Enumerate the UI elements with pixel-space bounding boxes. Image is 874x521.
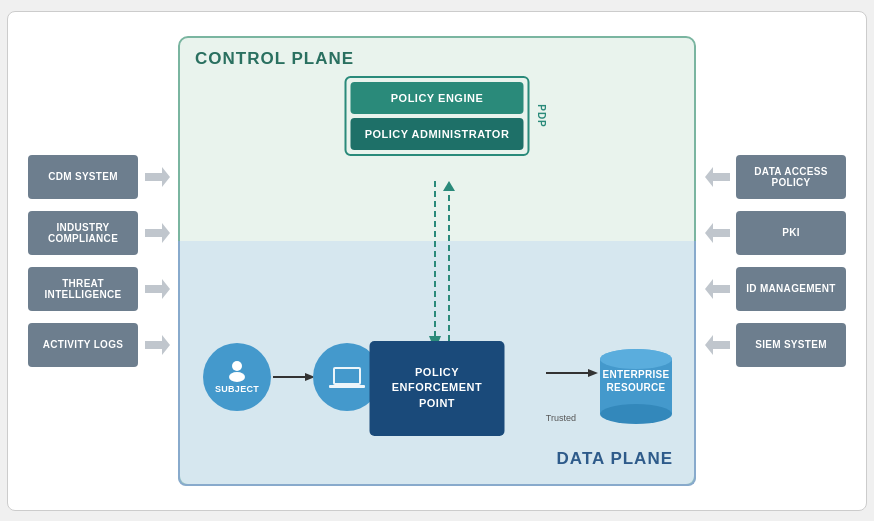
svg-point-9 [229, 372, 245, 382]
id-management-box: ID MANAGEMENT [736, 267, 846, 311]
svg-marker-1 [145, 223, 170, 243]
pep-box: POLICY ENFORCEMENT POINT [370, 341, 505, 436]
svg-marker-25 [705, 279, 730, 299]
right-arrow-3 [703, 267, 735, 311]
svg-rect-13 [335, 369, 359, 383]
right-arrow-2 [703, 211, 735, 255]
policy-group: POLICY ENGINE POLICY ADMINISTRATOR PDP [345, 76, 530, 156]
svg-marker-23 [705, 167, 730, 187]
person-icon [226, 360, 248, 382]
svg-rect-14 [329, 385, 365, 388]
activity-logs-box: ACTIVITY LOGS [28, 323, 138, 367]
threat-intelligence-box: THREAT INTELLIGENCE [28, 267, 138, 311]
left-arrow-2 [140, 211, 172, 255]
svg-marker-3 [145, 335, 170, 355]
center-area: CONTROL PLANE DATA PLANE POLICY ENGINE P… [173, 31, 701, 491]
dashed-lines [173, 181, 701, 361]
left-arrow-1 [140, 155, 172, 199]
pep-to-enterprise-arrow [546, 365, 601, 381]
cdm-system-box: CDM SYSTEM [28, 155, 138, 199]
subject-to-laptop-arrow [273, 369, 318, 385]
svg-marker-24 [705, 223, 730, 243]
left-arrow-3 [140, 267, 172, 311]
svg-marker-0 [145, 167, 170, 187]
left-arrow-4 [140, 323, 172, 367]
siem-system-box: SIEM SYSTEM [736, 323, 846, 367]
left-sidebar: CDM SYSTEM INDUSTRY COMPLIANCE THREAT IN… [28, 155, 138, 367]
svg-marker-7 [443, 181, 455, 191]
data-plane-label: DATA PLANE [557, 449, 673, 469]
pdp-label: PDP [536, 104, 547, 128]
right-sidebar: DATA ACCESS POLICY PKI ID MANAGEMENT SIE… [736, 155, 846, 367]
svg-point-22 [600, 349, 672, 369]
right-arrow-4 [703, 323, 735, 367]
trusted-label: Trusted [546, 413, 576, 423]
left-arrows [138, 155, 173, 367]
right-arrow-1 [703, 155, 735, 199]
policy-engine-box: POLICY ENGINE [351, 82, 524, 114]
pki-box: PKI [736, 211, 846, 255]
svg-point-21 [600, 404, 672, 424]
svg-marker-26 [705, 335, 730, 355]
laptop-icon [329, 363, 365, 391]
industry-compliance-box: INDUSTRY COMPLIANCE [28, 211, 138, 255]
right-arrows [701, 155, 736, 367]
svg-marker-2 [145, 279, 170, 299]
enterprise-resource: ENTERPRISE RESOURCE [596, 343, 676, 431]
policy-admin-box: POLICY ADMINISTRATOR [351, 118, 524, 150]
subject-circle: SUBJECT [203, 343, 271, 411]
control-plane-label: CONTROL PLANE [195, 49, 354, 69]
svg-point-8 [232, 361, 242, 371]
diagram-container: CDM SYSTEM INDUSTRY COMPLIANCE THREAT IN… [7, 11, 867, 511]
data-access-policy-box: DATA ACCESS POLICY [736, 155, 846, 199]
